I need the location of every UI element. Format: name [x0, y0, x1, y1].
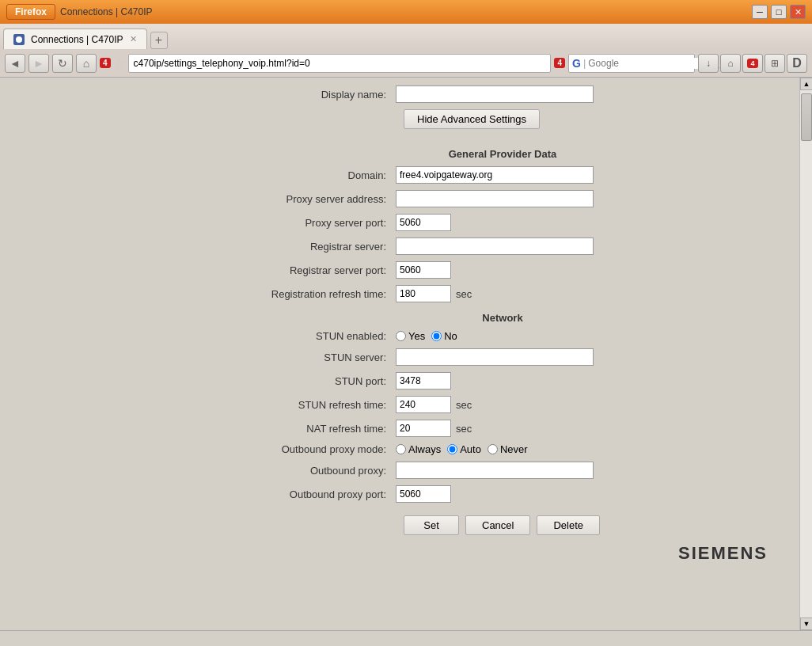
page-content: Display name: Hide Advanced Settings Gen… [0, 78, 812, 630]
proxy-mode-always-option[interactable]: Always [396, 443, 441, 455]
scrollbar[interactable]: ▲ ▼ [799, 78, 812, 630]
window-controls: ─ □ ✕ [752, 5, 806, 19]
status-bar [0, 630, 812, 646]
new-tab-button[interactable]: + [150, 32, 168, 49]
stun-server-row: STUN server: [222, 348, 784, 366]
addon-badge: 4 [554, 58, 565, 68]
tab-close-icon[interactable]: ✕ [130, 34, 137, 44]
domain-row: Domain: [222, 166, 784, 184]
nat-refresh-label: NAT refresh time: [222, 423, 396, 435]
addon-button2[interactable]: ⊞ [765, 54, 785, 73]
stun-refresh-input[interactable] [396, 396, 451, 413]
nat-refresh-input[interactable] [396, 420, 451, 437]
stun-port-label: STUN port: [222, 375, 396, 387]
stun-yes-label: Yes [408, 330, 425, 342]
proxy-server-address-input[interactable] [396, 190, 594, 207]
registrar-server-input[interactable] [396, 238, 594, 255]
bookmark-star[interactable]: ☆ [114, 55, 125, 70]
outbound-proxy-mode-label: Outbound proxy mode: [222, 443, 396, 455]
registrar-server-label: Registrar server: [222, 241, 396, 253]
tab-bar: Connections | C470IP ✕ + [0, 24, 812, 49]
stun-no-radio[interactable] [431, 331, 442, 341]
stun-refresh-row: STUN refresh time: sec [222, 396, 784, 413]
proxy-server-port-label: Proxy server port: [222, 217, 396, 229]
proxy-mode-always-label: Always [408, 443, 441, 455]
title-bar: Firefox Connections | C470IP ─ □ ✕ [0, 0, 812, 24]
registrar-server-port-label: Registrar server port: [222, 264, 396, 276]
cancel-button[interactable]: Cancel [465, 515, 530, 535]
left-panel [0, 78, 206, 630]
registration-refresh-label: Registration refresh time: [222, 288, 396, 300]
window-title: Connections | C470IP [60, 6, 153, 17]
forward-button[interactable]: ► [28, 54, 49, 73]
stun-server-input[interactable] [396, 348, 594, 366]
scroll-down-arrow[interactable]: ▼ [800, 618, 812, 630]
download-button[interactable]: ↓ [698, 54, 719, 73]
nav-bar: ◄ ► ↻ ⌂ 4 ☆ 4 G | 🔍 ↓ ⌂ 4 ⊞ D [0, 49, 812, 78]
stun-port-row: STUN port: [222, 372, 784, 390]
stun-server-label: STUN server: [222, 352, 396, 363]
proxy-server-address-label: Proxy server address: [222, 193, 396, 205]
domain-input[interactable] [396, 166, 594, 184]
registrar-server-row: Registrar server: [222, 238, 784, 255]
delete-button[interactable]: Delete [537, 515, 600, 535]
outbound-proxy-mode-row: Outbound proxy mode: Always Auto Never [222, 443, 784, 455]
stun-enabled-row: STUN enabled: Yes No [222, 330, 784, 342]
nat-refresh-unit: sec [456, 423, 472, 435]
main-content: Display name: Hide Advanced Settings Gen… [206, 78, 799, 630]
scroll-up-arrow[interactable]: ▲ [800, 78, 812, 90]
close-button[interactable]: ✕ [790, 5, 806, 19]
proxy-server-port-input[interactable] [396, 214, 451, 231]
search-engine-icon: G [572, 57, 581, 70]
firefox-menu-button[interactable]: Firefox [6, 4, 55, 20]
minimize-button[interactable]: ─ [752, 5, 768, 19]
siemens-logo: SIEMENS [222, 535, 784, 572]
hide-advanced-button[interactable]: Hide Advanced Settings [404, 109, 540, 129]
addon-button1[interactable]: 4 [742, 54, 763, 73]
stun-refresh-unit: sec [456, 399, 472, 411]
home-button[interactable]: ⌂ [76, 54, 97, 73]
registrar-server-port-row: Registrar server port: [222, 261, 784, 279]
proxy-mode-auto-label: Auto [460, 443, 481, 455]
maximize-button[interactable]: □ [771, 5, 787, 19]
scroll-thumb[interactable] [801, 93, 812, 141]
browser-window: Firefox Connections | C470IP ─ □ ✕ Conne… [0, 0, 812, 646]
registration-refresh-row: Registration refresh time: sec [222, 285, 784, 302]
address-bar[interactable] [128, 54, 552, 73]
proxy-mode-auto-option[interactable]: Auto [447, 443, 481, 455]
proxy-mode-auto-radio[interactable] [447, 444, 457, 454]
outbound-proxy-label: Outbound proxy: [222, 465, 396, 477]
outbound-proxy-port-input[interactable] [396, 485, 451, 503]
display-name-input[interactable] [396, 86, 594, 103]
stun-port-input[interactable] [396, 372, 451, 390]
stun-yes-radio[interactable] [396, 331, 406, 341]
outbound-proxy-port-label: Outbound proxy port: [222, 488, 396, 500]
nav-badge: 4 [100, 58, 111, 68]
general-provider-title: General Provider Data [222, 148, 784, 160]
stun-yes-option[interactable]: Yes [396, 330, 425, 342]
bookmarks-button[interactable]: ⌂ [720, 54, 741, 73]
outbound-proxy-input[interactable] [396, 462, 594, 479]
refresh-button[interactable]: ↻ [52, 54, 73, 73]
proxy-mode-always-radio[interactable] [396, 444, 406, 454]
stun-no-label: No [444, 330, 457, 342]
active-tab[interactable]: Connections | C470IP ✕ [3, 28, 147, 49]
proxy-mode-group: Always Auto Never [396, 443, 528, 455]
stun-enabled-group: Yes No [396, 330, 457, 342]
set-button[interactable]: Set [404, 515, 459, 535]
registration-refresh-input[interactable] [396, 285, 451, 302]
stun-no-option[interactable]: No [431, 330, 457, 342]
tab-favicon [13, 34, 25, 45]
registrar-server-port-input[interactable] [396, 261, 451, 279]
proxy-mode-never-option[interactable]: Never [488, 443, 528, 455]
back-button[interactable]: ◄ [5, 54, 25, 73]
nat-refresh-row: NAT refresh time: sec [222, 420, 784, 437]
stun-refresh-label: STUN refresh time: [222, 399, 396, 411]
tab-title: Connections | C470IP [31, 34, 123, 45]
stun-enabled-label: STUN enabled: [222, 330, 396, 342]
addon-button3[interactable]: D [787, 54, 807, 73]
search-input[interactable] [588, 58, 707, 69]
action-buttons: Set Cancel Delete [404, 515, 784, 535]
display-name-row: Display name: [222, 86, 784, 103]
proxy-mode-never-radio[interactable] [488, 444, 498, 454]
